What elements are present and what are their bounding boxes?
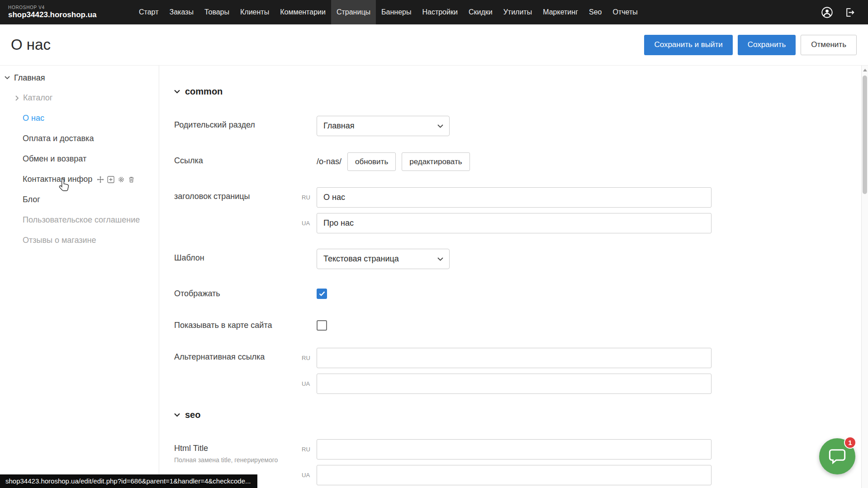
html-title-ua-input[interactable]	[317, 465, 711, 485]
lang-tag-ru: RU	[302, 194, 317, 201]
sidebar-item-label: Отзывы о магазине	[23, 236, 96, 245]
section-seo-header[interactable]: seo	[174, 409, 868, 420]
sidebar-item-glavnaya[interactable]: Главная	[0, 68, 159, 88]
display-checkbox[interactable]	[317, 289, 327, 299]
lang-tag-ua: UA	[302, 380, 317, 387]
scroll-up-arrow-icon[interactable]	[862, 67, 868, 73]
field-html-title: Html Title Полная замена title, генериру…	[174, 439, 868, 485]
chat-unread-badge: 1	[844, 436, 856, 449]
nav-reports[interactable]: Отчеты	[607, 0, 643, 24]
sidebar-item-otzyvy-o-magazine[interactable]: Отзывы о магазине	[0, 230, 159, 251]
chevron-down-icon	[174, 90, 180, 94]
nav-comments[interactable]: Комментарии	[275, 0, 331, 24]
user-account-icon[interactable]	[819, 5, 835, 20]
topbar-right	[819, 0, 868, 24]
nav-utilities[interactable]: Утилиты	[498, 0, 538, 24]
scrollbar-thumb[interactable]	[863, 76, 867, 194]
alt-link-ua-input[interactable]	[317, 374, 711, 394]
move-icon[interactable]	[97, 176, 104, 183]
select-value: Текстовая страница	[323, 254, 399, 264]
logout-icon[interactable]	[842, 5, 857, 20]
sidebar-item-kontaktnaya-infor[interactable]: Контактная инфор	[0, 169, 159, 190]
sidebar-item-blog[interactable]: Блог	[0, 190, 159, 210]
field-label: Шаблон	[174, 249, 302, 269]
nav-seo[interactable]: Seo	[583, 0, 607, 24]
top-bar: HOROSHOP V4 shop34423.horoshop.ua Старт …	[0, 0, 868, 24]
parent-section-select[interactable]: Главная	[317, 116, 450, 136]
sidebar-item-label: Контактная инфор	[23, 175, 92, 184]
sidebar-item-polzovatelskoe-soglashenie[interactable]: Пользовательское соглашение	[0, 210, 159, 230]
field-hint: Полная замена title, генерируемого	[174, 456, 302, 464]
link-path-value: /o-nas/	[317, 157, 342, 166]
section-common-header[interactable]: common	[174, 86, 868, 97]
nav-discounts[interactable]: Скидки	[463, 0, 498, 24]
sidebar-item-label: Блог	[23, 195, 40, 204]
add-page-icon[interactable]	[107, 176, 114, 183]
sidebar-item-obmen-i-vozvrat[interactable]: Обмен и возврат	[0, 149, 159, 169]
field-label: Html Title	[174, 444, 302, 453]
vertical-scrollbar[interactable]	[861, 66, 868, 488]
cancel-button[interactable]: Отменить	[801, 35, 857, 55]
top-navigation: Старт Заказы Товары Клиенты Комментарии …	[133, 0, 643, 24]
tree-item-actions	[97, 176, 135, 183]
nav-pages[interactable]: Страницы	[331, 0, 376, 24]
alt-link-ru-input[interactable]	[317, 348, 711, 368]
page-edit-form: common Родительский раздел Главная	[159, 66, 868, 488]
brand-block: HOROSHOP V4 shop34423.horoshop.ua	[8, 0, 105, 24]
field-alt-link: Альтернативная ссылка RU UA	[174, 348, 868, 394]
page-title-ru-input[interactable]	[317, 187, 711, 208]
sidebar-item-label: Обмен и возврат	[23, 154, 86, 164]
nav-settings[interactable]: Настройки	[417, 0, 463, 24]
page-title-ua-input[interactable]	[317, 213, 711, 233]
content-area: Главная Каталог О нас Оплата и доставка …	[0, 65, 868, 488]
html-title-ru-input[interactable]	[317, 439, 711, 460]
field-link: Ссылка /o-nas/ обновить редактировать	[174, 152, 868, 172]
trash-icon[interactable]	[128, 176, 135, 183]
pages-tree-sidebar: Главная Каталог О нас Оплата и доставка …	[0, 66, 159, 488]
link-refresh-button[interactable]: обновить	[347, 152, 396, 171]
nav-orders[interactable]: Заказы	[164, 0, 199, 24]
nav-banners[interactable]: Баннеры	[376, 0, 417, 24]
field-label: заголовок страницы	[174, 187, 302, 233]
field-page-title: заголовок страницы RU UA	[174, 187, 868, 233]
lang-tag-ru: RU	[302, 446, 317, 453]
lang-tag-ua: UA	[302, 220, 317, 227]
chevron-down-icon	[437, 124, 443, 128]
sidebar-item-label: Главная	[14, 73, 45, 83]
save-button[interactable]: Сохранить	[738, 35, 796, 55]
field-label: Родительский раздел	[174, 116, 302, 136]
sitemap-checkbox[interactable]	[317, 320, 327, 331]
field-label: Отображать	[174, 284, 302, 299]
section-title: common	[185, 86, 223, 97]
brand-shop-domain: shop34423.horoshop.ua	[8, 10, 105, 19]
sidebar-item-label: О нас	[23, 114, 44, 123]
checkmark-icon	[319, 291, 325, 296]
nav-marketing[interactable]: Маркетинг	[537, 0, 583, 24]
chevron-right-icon	[15, 95, 19, 101]
gear-icon[interactable]	[118, 176, 125, 183]
chevron-down-icon	[174, 413, 180, 417]
field-label: Ссылка	[174, 152, 302, 172]
sidebar-item-o-nas[interactable]: О нас	[0, 108, 159, 128]
lang-tag-ua: UA	[302, 472, 317, 479]
header-actions: Сохранить и выйти Сохранить Отменить	[644, 35, 857, 55]
template-select[interactable]: Текстовая страница	[317, 249, 450, 269]
chat-launcher-button[interactable]: 1	[819, 438, 855, 474]
field-label: Альтернативная ссылка	[174, 348, 302, 394]
chevron-down-icon	[437, 257, 443, 261]
brand-version-label: HOROSHOP V4	[8, 5, 105, 10]
sidebar-item-label: Оплата и доставка	[23, 134, 94, 143]
chat-bubble-icon	[829, 448, 846, 464]
field-parent-section: Родительский раздел Главная	[174, 116, 868, 136]
link-edit-button[interactable]: редактировать	[402, 152, 470, 171]
save-and-exit-button[interactable]: Сохранить и выйти	[644, 35, 732, 55]
sidebar-item-label: Пользовательское соглашение	[23, 215, 140, 225]
nav-start[interactable]: Старт	[133, 0, 164, 24]
sidebar-item-oplata-i-dostavka[interactable]: Оплата и доставка	[0, 128, 159, 149]
status-bar-link-preview: shop34423.horoshop.ua/edit/edit.php?id=6…	[0, 474, 257, 488]
nav-products[interactable]: Товары	[199, 0, 235, 24]
sidebar-item-katalog[interactable]: Каталог	[0, 88, 159, 108]
lang-tag-ru: RU	[302, 355, 317, 361]
nav-clients[interactable]: Клиенты	[235, 0, 275, 24]
horoshop-admin-app: HOROSHOP V4 shop34423.horoshop.ua Старт …	[0, 0, 868, 488]
